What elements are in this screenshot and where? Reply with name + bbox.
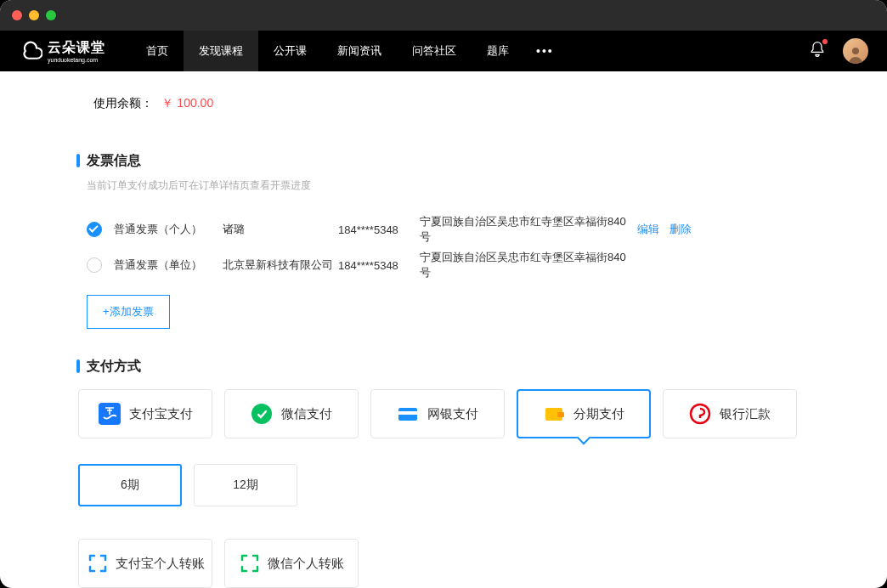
scan-wechat-icon — [239, 552, 261, 574]
invoice-edit-link[interactable]: 编辑 — [637, 223, 659, 235]
wechat-icon — [251, 403, 273, 425]
nav: 首页 发现课程 公开课 新闻资讯 问答社区 题库 ••• — [131, 31, 566, 71]
period-12[interactable]: 12期 — [194, 464, 297, 506]
invoice-radio[interactable] — [87, 222, 102, 237]
wallet-icon — [543, 403, 565, 425]
transfer-label: 支付宝个人转账 — [116, 556, 205, 572]
avatar[interactable] — [843, 38, 868, 64]
svg-rect-6 — [557, 412, 564, 417]
svg-point-2 — [251, 404, 272, 424]
invoice-phone: 184****5348 — [338, 259, 420, 272]
balance-box: 使用余额： ￥ 100.00 — [76, 71, 811, 135]
installment-periods: 6期 12期 — [76, 464, 811, 506]
pay-method-wechat[interactable]: 微信支付 — [224, 389, 359, 438]
nav-news[interactable]: 新闻资讯 — [322, 31, 397, 71]
cloud-logo-icon — [19, 39, 42, 63]
invoice-delete-link[interactable]: 删除 — [669, 223, 692, 235]
pay-label: 分期支付 — [573, 406, 624, 422]
period-6[interactable]: 6期 — [78, 464, 182, 506]
nav-public-class[interactable]: 公开课 — [258, 31, 322, 71]
transfer-methods: 支付宝个人转账 微信个人转账 — [76, 539, 811, 588]
add-invoice-button[interactable]: +添加发票 — [87, 295, 170, 329]
pay-label: 银行汇款 — [720, 406, 771, 422]
invoice-address: 宁夏回族自治区吴忠市红寺堡区幸福街840号 — [420, 250, 632, 280]
pay-label: 支付宝支付 — [129, 406, 193, 422]
alipay-icon — [99, 403, 121, 425]
svg-rect-4 — [398, 411, 417, 415]
svg-point-7 — [691, 404, 709, 423]
transfer-wechat[interactable]: 微信个人转账 — [224, 539, 359, 588]
maximize-window-icon[interactable] — [46, 10, 56, 20]
minimize-window-icon[interactable] — [29, 10, 39, 20]
transfer-alipay[interactable]: 支付宝个人转账 — [78, 539, 212, 588]
nav-qa[interactable]: 问答社区 — [397, 31, 472, 71]
app-window: 云朵课堂 yunduoketang.com 首页 发现课程 公开课 新闻资讯 问… — [0, 0, 887, 588]
invoice-phone: 184****5348 — [338, 223, 420, 236]
invoice-name: 北京昱新科技有限公司 — [223, 257, 338, 273]
nav-more-icon[interactable]: ••• — [524, 31, 566, 71]
notifications-button[interactable] — [809, 41, 826, 61]
nav-question-bank[interactable]: 题库 — [472, 31, 524, 71]
svg-point-0 — [852, 48, 859, 54]
invoice-name: 诸璐 — [223, 222, 338, 237]
invoice-address: 宁夏回族自治区吴忠市红寺堡区幸福街840号 — [420, 214, 632, 245]
transfer-label: 微信个人转账 — [268, 556, 344, 572]
invoice-row[interactable]: 普通发票（单位） 北京昱新科技有限公司 184****5348 宁夏回族自治区吴… — [76, 247, 811, 283]
invoice-radio[interactable] — [87, 257, 102, 273]
invoice-type: 普通发票（个人） — [114, 222, 223, 237]
invoice-type: 普通发票（单位） — [114, 257, 223, 273]
nav-home[interactable]: 首页 — [131, 31, 184, 71]
bank-card-icon — [397, 403, 419, 425]
brand-name: 云朵课堂 — [48, 40, 105, 54]
balance-amount: ￥ 100.00 — [161, 96, 213, 110]
pay-method-alipay[interactable]: 支付宝支付 — [78, 389, 212, 438]
logo[interactable]: 云朵课堂 yunduoketang.com — [19, 39, 105, 63]
invoice-section: 发票信息 当前订单支付成功后可在订单详情页查看开票进度 普通发票（个人） 诸璐 … — [76, 152, 811, 341]
pay-method-bank-online[interactable]: 网银支付 — [370, 389, 505, 438]
payment-methods: 支付宝支付 微信支付 网银支付 — [76, 389, 811, 438]
brand-sub: yunduoketang.com — [48, 57, 105, 63]
payment-section: 支付方式 支付宝支付 微信支付 — [76, 358, 811, 588]
pay-label: 网银支付 — [427, 406, 478, 422]
invoice-actions: 编辑 删除 — [637, 222, 698, 237]
payment-title: 支付方式 — [76, 358, 811, 376]
invoice-title: 发票信息 — [76, 152, 811, 170]
main-content: 使用余额： ￥ 100.00 发票信息 当前订单支付成功后可在订单详情页查看开票… — [0, 71, 887, 588]
pay-method-installment[interactable]: 分期支付 — [517, 389, 651, 438]
titlebar — [0, 0, 887, 31]
notification-badge — [822, 39, 828, 44]
invoice-row[interactable]: 普通发票（个人） 诸璐 184****5348 宁夏回族自治区吴忠市红寺堡区幸福… — [76, 212, 811, 247]
invoice-hint: 当前订单支付成功后可在订单详情页查看开票进度 — [76, 178, 811, 193]
scan-alipay-icon — [87, 552, 109, 574]
pay-method-bank-transfer[interactable]: 银行汇款 — [663, 389, 797, 438]
close-window-icon[interactable] — [12, 10, 22, 20]
balance-label: 使用余额： — [93, 96, 153, 110]
bank-icon — [689, 403, 711, 425]
header: 云朵课堂 yunduoketang.com 首页 发现课程 公开课 新闻资讯 问… — [0, 31, 887, 71]
pay-label: 微信支付 — [281, 406, 332, 422]
nav-discover-courses[interactable]: 发现课程 — [184, 31, 258, 71]
